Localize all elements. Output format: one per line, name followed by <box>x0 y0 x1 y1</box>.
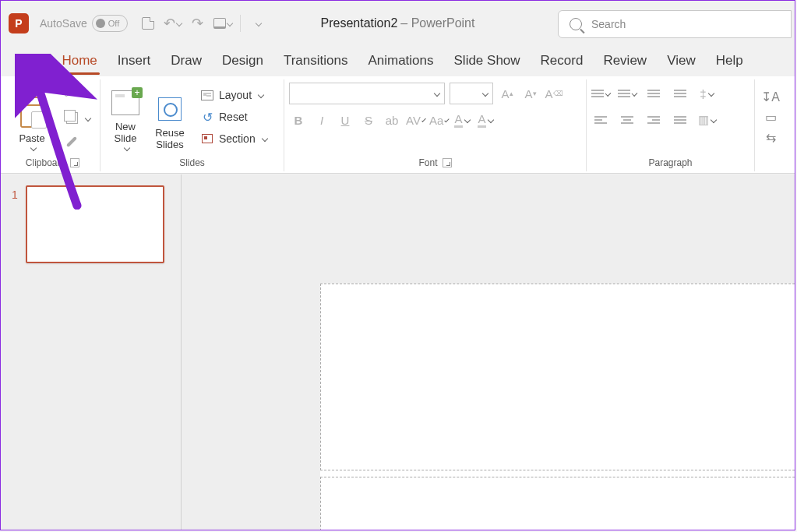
chevron-down-icon <box>30 145 36 151</box>
group-clipboard: Paste ✂ Clipboard <box>5 79 101 171</box>
clipboard-dialog-launcher[interactable] <box>70 158 79 167</box>
align-left-button[interactable] <box>591 111 610 129</box>
italic-button[interactable]: I <box>312 111 331 129</box>
start-from-beginning-button[interactable] <box>213 12 232 34</box>
title-placeholder[interactable]: Click to add <box>320 284 795 470</box>
group-editing: ↧A ▭ ⇆ <box>755 79 786 171</box>
numbering-button[interactable] <box>618 84 637 103</box>
highlight-button[interactable]: A <box>453 111 471 129</box>
align-center-button[interactable] <box>618 111 637 129</box>
autosave-label: AutoSave <box>40 17 87 30</box>
slide-canvas[interactable]: Click to add Click to add subtitle <box>182 174 795 530</box>
brush-icon <box>66 136 77 146</box>
ribbon-home: Paste ✂ Clipboard + NewSlide <box>1 76 795 174</box>
cut-button[interactable]: ✂ <box>62 84 93 104</box>
slide-thumbnails-pane[interactable]: 1 <box>1 174 182 530</box>
text-direction-button[interactable]: ↧A <box>763 90 778 104</box>
columns-button[interactable]: ▥ <box>697 111 716 129</box>
tab-view[interactable]: View <box>657 47 706 76</box>
tab-animations[interactable]: Animations <box>358 47 443 76</box>
thumbnail-number: 1 <box>12 185 18 263</box>
strikethrough-button[interactable]: S <box>359 111 378 129</box>
clipboard-icon <box>20 100 44 128</box>
title-bar: P AutoSave Off ↶ ↷ Presentation2 – Power… <box>1 1 795 45</box>
tab-slide-show[interactable]: Slide Show <box>444 47 531 76</box>
format-painter-button[interactable] <box>62 133 93 150</box>
search-icon <box>570 18 582 30</box>
search-placeholder: Search <box>591 18 626 30</box>
quick-access-toolbar: ↶ ↷ <box>139 12 267 34</box>
tab-insert[interactable]: Insert <box>108 47 161 76</box>
reuse-slides-button[interactable]: ReuseSlides <box>150 82 189 152</box>
line-spacing-button[interactable]: ‡ <box>697 84 716 103</box>
layout-icon <box>201 90 213 100</box>
justify-button[interactable] <box>671 111 689 129</box>
font-family-combo[interactable] <box>289 83 445 104</box>
tab-transitions[interactable]: Transitions <box>273 47 358 76</box>
tab-help[interactable]: Help <box>706 47 753 76</box>
tab-review[interactable]: Review <box>593 47 657 76</box>
powerpoint-app-icon: P <box>9 13 29 33</box>
document-name: Presentation2 <box>321 16 398 30</box>
toggle-switch-icon[interactable]: Off <box>92 15 128 32</box>
workspace: 1 Click to add Click to add subtitle <box>1 174 795 530</box>
change-case-button[interactable]: Aa <box>429 111 448 129</box>
autosave-toggle[interactable]: AutoSave Off <box>40 15 128 32</box>
tab-design[interactable]: Design <box>212 47 273 76</box>
tab-record[interactable]: Record <box>531 47 594 76</box>
increase-font-button[interactable]: A▴ <box>498 84 517 103</box>
redo-button[interactable]: ↷ <box>189 12 207 34</box>
copy-icon <box>66 112 78 124</box>
layout-button[interactable]: Layout <box>197 86 270 104</box>
reset-button[interactable]: Reset <box>197 108 270 125</box>
decrease-font-button[interactable]: A▾ <box>521 84 540 103</box>
qat-customize-button[interactable] <box>249 12 267 34</box>
save-button[interactable] <box>139 12 157 34</box>
search-box[interactable]: Search <box>558 10 792 38</box>
group-font: A▴ A▾ A⌫ B I U S ab AV Aa A A Font <box>284 79 587 171</box>
new-slide-button[interactable]: + NewSlide <box>105 82 146 152</box>
tab-home[interactable]: Home <box>51 47 107 76</box>
tab-file[interactable]: File <box>10 47 51 76</box>
slide-1[interactable]: Click to add Click to add subtitle <box>320 284 795 530</box>
group-slides: + NewSlide ReuseSlides Layout Reset Sect… <box>101 79 284 171</box>
bullets-button[interactable] <box>591 84 610 103</box>
scissors-icon: ✂ <box>65 86 76 102</box>
font-color-button[interactable]: A <box>476 111 495 129</box>
convert-smartart-button[interactable]: ⇆ <box>763 130 778 144</box>
bold-button[interactable]: B <box>289 111 308 129</box>
subtitle-placeholder[interactable]: Click to add subtitle <box>320 477 795 530</box>
font-dialog-launcher[interactable] <box>443 158 452 167</box>
increase-indent-button[interactable] <box>671 84 689 103</box>
section-button[interactable]: Section <box>197 130 270 147</box>
copy-button[interactable] <box>62 110 93 127</box>
font-size-combo[interactable] <box>450 83 493 104</box>
ribbon-tabs: File Home Insert Draw Design Transitions… <box>1 45 795 76</box>
tab-draw[interactable]: Draw <box>160 47 212 76</box>
underline-button[interactable]: U <box>336 111 354 129</box>
decrease-indent-button[interactable] <box>644 84 663 103</box>
reset-icon <box>200 110 214 124</box>
app-name: PowerPoint <box>411 16 475 30</box>
reuse-slides-icon <box>158 97 182 121</box>
paste-button[interactable]: Paste <box>10 82 54 152</box>
slideshow-icon <box>213 18 226 29</box>
group-paragraph: ‡ ▥ Paragraph <box>587 79 755 171</box>
text-shadow-button[interactable]: ab <box>383 111 401 129</box>
thumbnail-row: 1 <box>12 185 170 263</box>
undo-button[interactable]: ↶ <box>164 12 182 34</box>
align-right-button[interactable] <box>644 111 663 129</box>
section-icon <box>202 134 213 143</box>
character-spacing-button[interactable]: AV <box>406 111 425 129</box>
new-slide-icon: + <box>111 90 139 115</box>
clear-formatting-button[interactable]: A⌫ <box>545 84 563 103</box>
slide-thumbnail-1[interactable] <box>26 185 164 263</box>
powerpoint-window: P AutoSave Off ↶ ↷ Presentation2 – Power… <box>0 0 795 530</box>
align-text-button[interactable]: ▭ <box>763 110 778 124</box>
save-icon <box>142 17 154 30</box>
